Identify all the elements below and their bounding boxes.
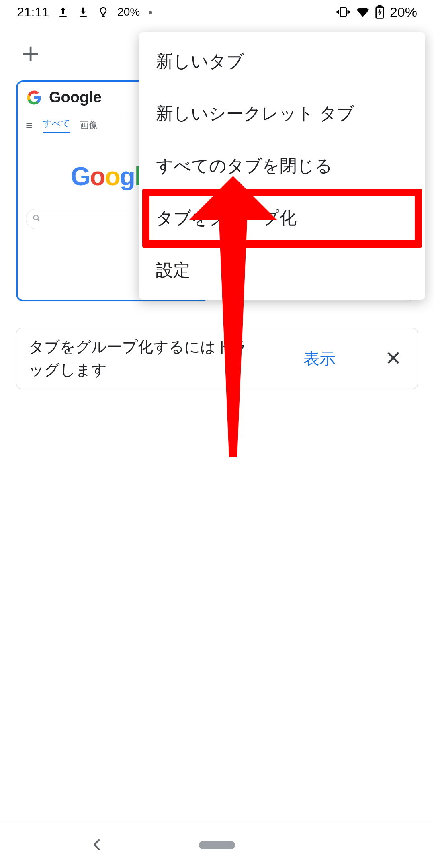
system-nav-bar <box>0 822 434 868</box>
hint-text: タブをグループ化するにはドラッグします <box>29 336 258 381</box>
svg-point-3 <box>34 215 39 220</box>
hint-action-button[interactable]: 表示 <box>267 348 372 370</box>
logo-letter: g <box>120 162 135 191</box>
google-tab-images: 画像 <box>80 119 98 131</box>
status-bar: 21:11 20% ● 20% <box>0 0 434 24</box>
google-favicon-icon <box>27 90 42 105</box>
search-icon <box>33 213 41 225</box>
menu-item-settings[interactable]: 設定 <box>139 244 425 297</box>
status-battery-small: 20% <box>117 6 140 18</box>
download-icon <box>77 6 89 18</box>
menu-item-close-all-tabs[interactable]: すべてのタブを閉じる <box>139 140 425 192</box>
upload-icon <box>57 6 69 18</box>
status-time: 21:11 <box>17 5 49 20</box>
hamburger-icon: ≡ <box>26 119 33 132</box>
logo-letter: o <box>90 162 105 191</box>
menu-item-new-tab[interactable]: 新しいタブ <box>139 35 425 88</box>
group-tabs-hint: タブをグループ化するにはドラッグします 表示 ✕ <box>16 328 418 389</box>
menu-item-new-incognito-tab[interactable]: 新しいシークレット タブ <box>139 88 425 140</box>
home-pill-icon[interactable] <box>199 841 235 849</box>
menu-item-group-tabs[interactable]: タブをグループ化 <box>139 192 425 244</box>
status-right: 20% <box>336 4 417 20</box>
wifi-icon <box>356 7 370 17</box>
status-dot-icon: ● <box>148 8 153 17</box>
status-battery-text: 20% <box>390 4 417 20</box>
google-tab-all: すべて <box>43 117 70 133</box>
back-icon[interactable] <box>90 834 104 856</box>
new-tab-button[interactable]: ＋ <box>16 38 45 67</box>
overflow-menu: 新しいタブ 新しいシークレット タブ すべてのタブを閉じる タブをグループ化 設… <box>139 32 425 300</box>
logo-letter: o <box>105 162 120 191</box>
hint-close-button[interactable]: ✕ <box>381 347 405 370</box>
tab-title: Google <box>49 89 102 106</box>
svg-rect-2 <box>379 6 381 7</box>
status-left: 21:11 20% ● <box>17 5 153 20</box>
svg-rect-0 <box>340 8 346 16</box>
bulb-icon <box>97 5 109 19</box>
logo-letter: G <box>71 162 90 191</box>
vibrate-icon <box>336 6 350 18</box>
battery-icon <box>375 5 384 19</box>
